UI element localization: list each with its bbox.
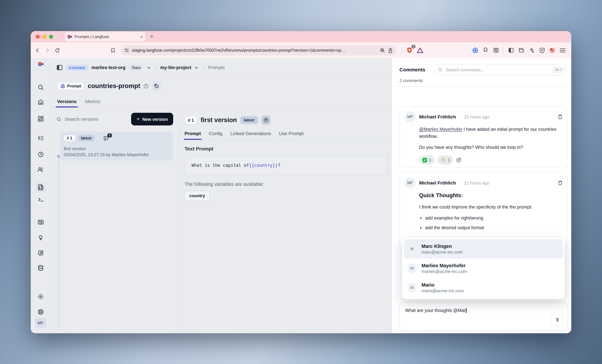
zoom-window-button[interactable] [49, 35, 53, 39]
mention-link[interactable]: @Marlies Mayerhofer [419, 127, 462, 132]
playground-terminal-icon[interactable] [37, 196, 44, 203]
zoom-page-icon[interactable] [380, 48, 385, 53]
promote-version-button[interactable] [261, 116, 271, 125]
langfuse-logo-icon[interactable] [31, 58, 50, 70]
extensions-puzzle-icon[interactable] [482, 46, 490, 54]
reaction-count: 1 [448, 158, 450, 162]
tab-versions[interactable]: Versions [57, 99, 76, 107]
ai-sparkle-icon[interactable] [527, 46, 536, 54]
back-icon[interactable] [33, 46, 41, 54]
avatar-initials: MF [35, 318, 46, 328]
shortcut-badge: ⌘ F [553, 66, 564, 73]
reaction-raising-hands[interactable]: 1 [437, 155, 453, 164]
reaction-check[interactable]: ✓ 1 [419, 155, 435, 164]
evals-lightbulb-icon[interactable] [37, 234, 44, 241]
annotation-icon[interactable] [37, 250, 44, 256]
detail-latest-badge: latest [240, 116, 258, 124]
breadcrumb-org[interactable]: marlies-test-org [91, 65, 126, 70]
search-tabs-icon[interactable] [492, 46, 500, 54]
delete-comment-button[interactable] [558, 180, 563, 185]
users-icon[interactable] [37, 166, 44, 173]
breadcrumb-project[interactable]: my-llm-project [160, 65, 191, 70]
close-window-button[interactable] [36, 35, 40, 39]
panel-left-toggle-icon[interactable] [56, 64, 63, 71]
comment-bubble-icon[interactable]: 2 [103, 135, 109, 141]
tab-close-icon[interactable]: × [140, 34, 143, 39]
datasets-database-icon[interactable] [37, 265, 44, 271]
sessions-clock-icon[interactable] [37, 151, 44, 158]
search-icon[interactable] [37, 84, 44, 91]
mention-option[interactable]: M Marlies Mayerhofer marlies@acme-inc.co… [404, 258, 563, 278]
reactions-row: ✓ 1 1 [419, 155, 563, 164]
user-avatar[interactable]: MF [35, 318, 46, 328]
org-chevron-down-icon[interactable] [147, 65, 151, 70]
variable-chip[interactable]: country [184, 191, 210, 201]
mention-option[interactable]: M Marc Klingen marc@acme-inc.com [404, 239, 563, 258]
add-reaction-icon[interactable] [456, 157, 462, 163]
address-bar[interactable]: staging.langfuse.com/project/cm22fk0w700… [121, 45, 397, 55]
password-manager-icon[interactable] [471, 46, 479, 54]
search-comments-field[interactable]: ⌘ F [434, 64, 566, 75]
extension-triangle-icon[interactable] [416, 46, 424, 54]
search-comments-input[interactable] [445, 67, 550, 73]
dot-separator: · [459, 180, 461, 185]
new-version-button[interactable]: + New version [131, 113, 173, 126]
submit-comment-button[interactable] [551, 314, 563, 326]
prompt-text-suffix: ? [278, 163, 280, 168]
scores-icon[interactable] [37, 219, 44, 225]
rewards-swirl-icon[interactable] [548, 46, 556, 54]
breadcrumb-separator-2: / [203, 65, 204, 70]
vpn-shield-icon[interactable] [538, 46, 546, 54]
detail-title: first version [201, 117, 237, 124]
settings-gear-icon[interactable] [37, 293, 44, 300]
prompts-icon[interactable] [35, 182, 46, 192]
search-versions-input[interactable] [64, 116, 109, 122]
new-tab-button[interactable]: + [150, 33, 153, 40]
tab-prompt[interactable]: Prompt [184, 131, 201, 139]
app-sidebar: MF [31, 58, 51, 333]
search-versions-field[interactable] [56, 116, 128, 122]
dashboards-icon[interactable] [37, 116, 44, 122]
comment-count-badge: 2 [108, 133, 112, 137]
minimize-window-button[interactable] [42, 35, 46, 39]
bookmark-icon[interactable] [109, 46, 117, 54]
org-role-badge[interactable]: Team [129, 64, 143, 71]
info-icon[interactable] [144, 84, 149, 89]
menu-hamburger-icon[interactable] [559, 46, 567, 54]
support-lifebuoy-icon[interactable] [37, 309, 44, 315]
tab-config[interactable]: Config [209, 131, 222, 139]
tab-metrics[interactable]: Metrics [85, 99, 100, 107]
comments-panel: Comments ⌘ F 2 comments MF Michael Fröhl… [391, 58, 571, 333]
forward-icon[interactable] [43, 46, 51, 54]
home-icon[interactable] [37, 99, 44, 105]
version-list-item[interactable]: # 1 latest 2 first version 03/04/2025, 1… [60, 131, 173, 161]
share-icon[interactable] [388, 48, 393, 53]
tag-button[interactable] [152, 81, 161, 91]
comments-title: Comments [399, 67, 425, 72]
brave-shield-icon[interactable]: 2 [406, 46, 413, 54]
tracing-icon[interactable] [37, 135, 44, 141]
detail-tabs: Prompt Config Linked Generations Use Pro… [184, 131, 391, 140]
page-tabs: Versions Metrics [57, 99, 100, 107]
reload-icon[interactable] [54, 46, 61, 54]
window-controls [36, 35, 53, 39]
tab-use-prompt[interactable]: Use Prompt [279, 131, 304, 139]
tag-icon [154, 84, 159, 89]
mention-option[interactable]: M Mario mario@acme-inc.com [404, 278, 563, 297]
project-chevron-down-icon[interactable] [194, 65, 199, 70]
wallet-icon[interactable] [517, 46, 525, 54]
site-settings-icon[interactable] [124, 48, 129, 53]
comment-input[interactable]: What are your thoughts @Mar [399, 302, 568, 330]
trash-icon [558, 114, 563, 119]
comment-input-value: What are your thoughts @Mar [405, 308, 465, 313]
timeline-line [58, 159, 59, 331]
version-name: first version [64, 146, 169, 151]
sidebar-toggle-icon[interactable] [507, 46, 515, 54]
section-title: Text Prompt [184, 146, 391, 151]
browser-tab[interactable]: Prompts | Langfuse × [65, 32, 146, 41]
tab-linked-generations[interactable]: Linked Generations [230, 131, 271, 139]
comment-time: 22 hours ago [464, 114, 490, 119]
browser-window: Prompts | Langfuse × + stag [31, 31, 571, 333]
screen: Prompts | Langfuse × + stag [0, 0, 602, 364]
delete-comment-button[interactable] [558, 114, 563, 119]
